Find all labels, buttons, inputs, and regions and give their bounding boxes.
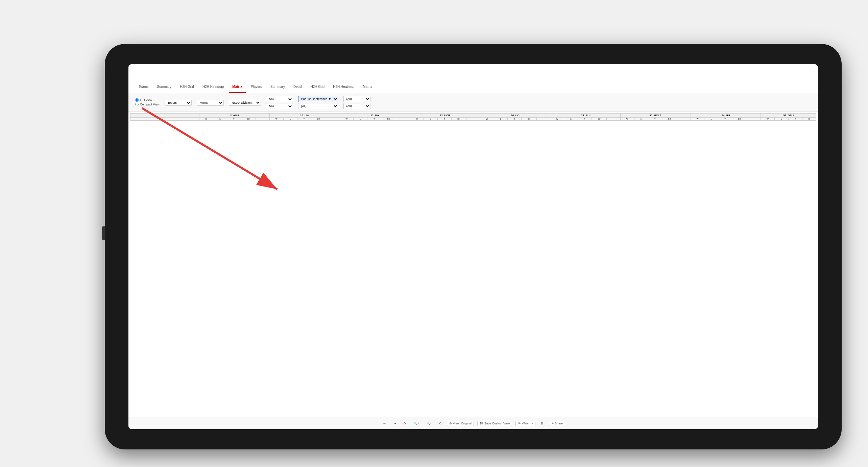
col-sub-asu-l: L <box>213 118 227 121</box>
col-sub-uw-t: T <box>297 118 311 121</box>
col-sub-ucla-t: T <box>648 118 662 121</box>
col-header-su: 27. SU <box>550 114 621 118</box>
toolbar-view-original[interactable]: ⊙ View: Original <box>447 421 474 426</box>
nav-header <box>128 64 818 81</box>
filter-gender: Men's <box>197 99 224 106</box>
team-select[interactable]: (All) <box>343 96 370 102</box>
matrix-sub-corner <box>130 118 199 121</box>
col-sub-ucb-l: L <box>424 118 437 121</box>
col-sub-uu-x <box>747 118 761 121</box>
conference-select2[interactable]: (All) <box>298 103 338 109</box>
col-sub-asu-t: T <box>227 118 241 121</box>
team-select2[interactable]: (All) <box>343 103 370 109</box>
toolbar-zoom-in[interactable]: 🔍+ <box>412 421 421 426</box>
nav-items <box>152 71 177 75</box>
region-select[interactable]: N/A <box>266 96 293 102</box>
toolbar-zoom-out[interactable]: 🔍- <box>425 421 433 426</box>
filter-conference: Pac-12 Conference ▼ (All) <box>298 95 338 109</box>
subnav-teams[interactable]: Teams <box>135 81 152 93</box>
col-sub-su-l: L <box>564 118 578 121</box>
filter-bar: Full View Compact View Top 25 Men's <box>128 93 818 112</box>
main-content: 3. ASU 10. UW 11. UA 22. UCB 24. UO <box>128 112 818 417</box>
col-header-ucla: 31. UCLA <box>621 114 691 118</box>
col-sub-ucla-w: W <box>621 118 634 121</box>
sub-nav: Teams Summary H2H Grid H2H Heatmap Matri… <box>128 81 818 93</box>
subnav-players[interactable]: Players <box>247 81 265 93</box>
toolbar-grid[interactable]: ⊞ <box>539 421 546 426</box>
col-header-ua: 11. UA <box>340 114 410 118</box>
toolbar-reset[interactable]: ⟲ <box>437 421 443 426</box>
col-sub-asu-x <box>256 118 270 121</box>
compact-view-radio[interactable]: Compact View <box>135 103 160 106</box>
division-select[interactable]: NCAA Division I <box>229 100 261 106</box>
col-sub-ucb-x <box>466 118 480 121</box>
col-sub-osu-d: D <box>802 118 816 121</box>
col-sub-uw-l: L <box>283 118 297 121</box>
col-sub-uw-x <box>326 118 340 121</box>
col-sub-ua-x <box>396 118 410 121</box>
col-sub-uu-t: T <box>718 118 732 121</box>
max-teams-select[interactable]: Top 25 <box>165 100 192 106</box>
region-select2[interactable]: N/A <box>266 103 293 109</box>
toolbar-watch[interactable]: 👁 Watch ▾ <box>515 421 535 426</box>
toolbar-share[interactable]: ↗ Share <box>549 421 565 426</box>
tablet-device: Teams Summary H2H Grid H2H Heatmap Matri… <box>105 44 842 449</box>
col-sub-ucla-l: L <box>634 118 648 121</box>
view-radio-group: Full View Compact View <box>135 98 160 106</box>
subnav-h2h-grid[interactable]: H2H Grid <box>176 81 197 93</box>
toolbar-undo[interactable]: ↩ <box>381 421 388 426</box>
col-sub-uw-w: W <box>269 118 283 121</box>
toolbar-save-custom[interactable]: 💾 Save Custom View <box>477 421 512 426</box>
col-header-asu: 3. ASU <box>199 114 270 118</box>
col-sub-osu-w: W <box>761 118 775 121</box>
col-sub-ua-w: W <box>340 118 354 121</box>
subnav-h2h-heatmap[interactable]: H2H Heatmap <box>199 81 227 93</box>
col-sub-su-dif: Dif <box>592 118 606 121</box>
col-sub-uu-dif: Dif <box>732 118 747 121</box>
col-sub-uo-dif: Dif <box>522 118 536 121</box>
col-sub-ucla-x <box>677 118 691 121</box>
subnav-summary[interactable]: Summary <box>153 81 175 93</box>
col-sub-ua-t: T <box>367 118 381 121</box>
tablet-screen: Teams Summary H2H Grid H2H Heatmap Matri… <box>128 64 818 429</box>
subnav-matrix2[interactable]: Matrix <box>360 81 376 93</box>
col-sub-uo-w: W <box>480 118 494 121</box>
col-sub-uo-x <box>536 118 550 121</box>
col-sub-osu-l: L <box>775 118 789 121</box>
filter-team: (All) (All) <box>343 95 370 109</box>
matrix-area[interactable]: 3. ASU 10. UW 11. UA 22. UCB 24. UO <box>128 112 818 417</box>
col-sub-uo-l: L <box>494 118 508 121</box>
bottom-toolbar: ↩ ↪ ⟳ 🔍+ 🔍- ⟲ ⊙ View: Original 💾 Save Cu… <box>128 417 818 429</box>
tablet-side-button <box>102 226 105 240</box>
col-sub-uu-w: W <box>691 118 704 121</box>
col-sub-su-x <box>607 118 621 121</box>
toolbar-redo[interactable]: ↪ <box>391 421 398 426</box>
filter-division: NCAA Division I <box>229 99 261 106</box>
subnav-matrix[interactable]: Matrix <box>229 81 245 93</box>
gender-select[interactable]: Men's <box>197 100 224 106</box>
subnav-detail[interactable]: Detail <box>290 81 306 93</box>
col-sub-su-w: W <box>550 118 564 121</box>
col-sub-ua-l: L <box>354 118 367 121</box>
col-sub-osu-t: T <box>788 118 802 121</box>
col-sub-ucb-w: W <box>410 118 424 121</box>
col-sub-ucla-dif: Dif <box>662 118 677 121</box>
full-view-radio[interactable]: Full View <box>135 98 160 102</box>
toolbar-refresh[interactable]: ⟳ <box>402 421 408 426</box>
filter-max-teams: Top 25 <box>165 99 192 106</box>
subnav-h2h-heatmap2[interactable]: H2H Heatmap <box>330 81 358 93</box>
col-header-uw: 10. UW <box>269 114 340 118</box>
col-header-osu: 57. OSU <box>761 114 816 118</box>
col-sub-ua-dif: Dif <box>381 118 396 121</box>
col-sub-uw-dif: Dif <box>311 118 326 121</box>
conference-select[interactable]: Pac-12 Conference ▼ <box>298 96 338 102</box>
col-sub-uu-l: L <box>704 118 718 121</box>
col-header-uu: 54. UU <box>691 114 761 118</box>
col-sub-asu-w: W <box>199 118 213 121</box>
filter-region: N/A N/A <box>266 95 293 109</box>
col-sub-asu-dif: Dif <box>241 118 256 121</box>
col-header-uo: 24. UO <box>480 114 550 118</box>
matrix-corner <box>130 114 199 118</box>
subnav-summary2[interactable]: Summary <box>267 81 288 93</box>
subnav-h2h-grid2[interactable]: H2H Grid <box>307 81 328 93</box>
